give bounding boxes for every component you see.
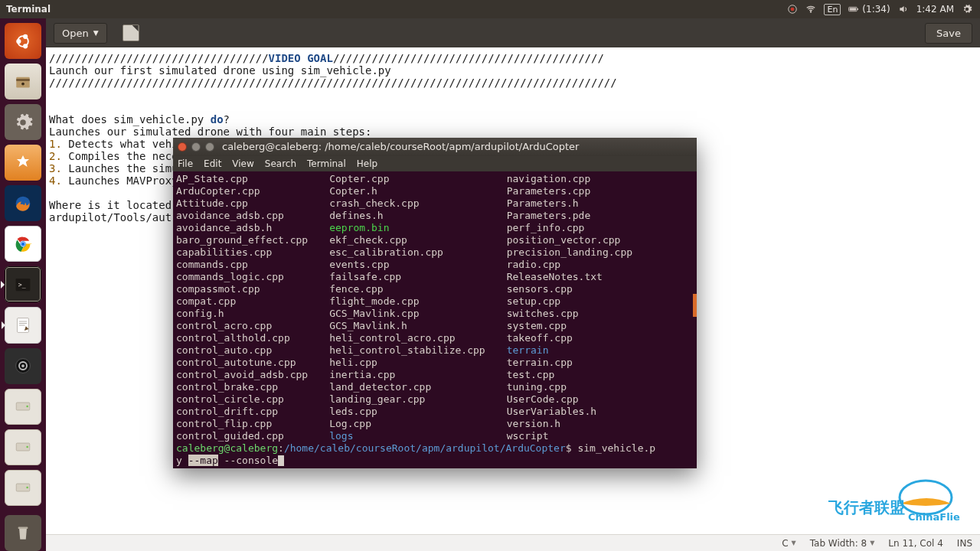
file-entry: defines.h	[329, 210, 485, 222]
svg-point-28	[26, 406, 28, 408]
file-entry: compat.cpp	[176, 295, 308, 308]
text-line: ardupilot/Tools/aut	[49, 211, 172, 223]
text-editor-icon[interactable]	[5, 307, 41, 343]
file-entry: AP_State.cpp	[176, 173, 308, 185]
menu-edit[interactable]: Edit	[204, 158, 221, 169]
file-entry: setup.cpp	[507, 295, 632, 308]
menu-search[interactable]: Search	[265, 158, 296, 169]
file-entry: heli_control_stabilize.cpp	[329, 344, 485, 357]
window-maximize-icon[interactable]	[205, 142, 214, 152]
language-indicator[interactable]: En	[824, 4, 841, 15]
file-entry: Attitude.cpp	[176, 197, 308, 210]
svg-point-30	[26, 446, 28, 448]
file-entry: control_flip.cpp	[176, 418, 308, 430]
file-entry: commands_logic.cpp	[176, 271, 308, 283]
file-entry: position_vector.cpp	[507, 234, 632, 246]
file-entry: compassmot.cpp	[176, 283, 308, 295]
file-entry: logs	[329, 430, 485, 442]
terminal-menubar: File Edit View Search Terminal Help	[173, 156, 697, 171]
file-entry: Parameters.cpp	[507, 185, 632, 197]
terminal-launcher-icon[interactable]: >_	[5, 266, 41, 302]
open-button[interactable]: Open ▼	[54, 23, 107, 44]
file-entry: leds.cpp	[329, 406, 485, 418]
file-entry: control_auto.cpp	[176, 344, 308, 357]
typed-command: sim_vehicle.p	[577, 442, 655, 454]
status-cursor-position: Ln 11, Col 4	[888, 538, 943, 549]
system-tray: En (1:34) 1:42 AM	[787, 4, 980, 15]
terminal-body[interactable]: AP_State.cppArduCopter.cppAttitude.cppav…	[173, 171, 697, 468]
files-icon[interactable]	[5, 64, 41, 99]
file-entry: Parameters.pde	[507, 210, 632, 222]
svg-rect-5	[850, 8, 857, 10]
file-entry: eeprom.bin	[329, 222, 485, 234]
file-entry: inertia.cpp	[329, 369, 485, 381]
file-entry: fence.cpp	[329, 283, 485, 295]
file-entry: perf_info.cpp	[507, 222, 632, 234]
file-entry: land_detector.cpp	[329, 381, 485, 393]
gedit-toolbar: Open ▼ Save	[46, 18, 980, 47]
file-entry: ArduCopter.cpp	[176, 185, 308, 197]
text-line: Launch our first simulated drone using s…	[49, 64, 391, 77]
file-entry: test.cpp	[507, 369, 632, 381]
menu-help[interactable]: Help	[357, 158, 377, 169]
window-minimize-icon[interactable]	[191, 142, 201, 152]
menu-file[interactable]: File	[178, 158, 193, 169]
gedit-status-bar: C ▼ Tab Width: 8 ▼ Ln 11, Col 4 INS	[46, 534, 980, 551]
file-entry: UserCode.cpp	[507, 393, 632, 406]
file-entry: heli_control_acro.cpp	[329, 332, 485, 344]
menu-view[interactable]: View	[232, 158, 253, 169]
file-entry: wscript	[507, 430, 632, 442]
file-entry: switches.cpp	[507, 308, 632, 320]
file-entry: commands.cpp	[176, 259, 308, 271]
file-entry: flight_mode.cpp	[329, 295, 485, 308]
text-line: Launches our simulated drone with four m…	[49, 126, 371, 138]
list-item: 2. Compiles the nece	[49, 150, 178, 162]
file-entry: Parameters.h	[507, 197, 632, 210]
volume-icon[interactable]	[898, 4, 909, 15]
dash-icon[interactable]	[5, 23, 41, 59]
trash-icon[interactable]	[5, 515, 41, 551]
file-entry: control_acro.cpp	[176, 320, 308, 332]
file-entry: version.h	[507, 418, 632, 430]
file-entry: control_althold.cpp	[176, 332, 308, 344]
disk-icon-2[interactable]	[5, 429, 41, 465]
firefox-icon[interactable]	[5, 185, 41, 221]
file-entry: landing_gear.cpp	[329, 393, 485, 406]
obs-launcher-icon[interactable]	[5, 348, 41, 384]
file-entry: control_autotune.cpp	[176, 357, 308, 369]
clock[interactable]: 1:42 AM	[916, 4, 954, 15]
file-entry: events.cpp	[329, 259, 485, 271]
scrollbar[interactable]	[693, 294, 697, 317]
terminal-prompt: caleberg@caleberg:/home/caleb/courseRoot…	[176, 442, 694, 455]
file-entry: ReleaseNotes.txt	[507, 271, 632, 283]
disk-icon-1[interactable]	[5, 389, 41, 425]
wifi-icon[interactable]	[805, 4, 816, 15]
file-entry: UserVariables.h	[507, 406, 632, 418]
svg-point-2	[811, 11, 812, 12]
file-entry: baro_ground_effect.cpp	[176, 234, 308, 246]
obs-tray-icon[interactable]	[787, 4, 798, 15]
file-entry: avoidance_adsb.cpp	[176, 210, 308, 222]
disk-icon-3[interactable]	[5, 470, 41, 506]
file-entry: GCS_Mavlink.cpp	[329, 308, 485, 320]
terminal-window: caleberg@caleberg: /home/caleb/courseRoo…	[173, 138, 697, 468]
new-doc-button[interactable]	[112, 21, 144, 45]
software-center-icon[interactable]	[5, 145, 41, 181]
svg-point-26	[21, 364, 24, 367]
settings-icon[interactable]	[5, 104, 41, 140]
status-language[interactable]: C ▼	[782, 538, 796, 549]
menu-terminal[interactable]: Terminal	[307, 158, 346, 169]
status-tab-width[interactable]: Tab Width: 8 ▼	[810, 538, 875, 549]
chrome-icon[interactable]	[5, 226, 41, 262]
file-entry: Log.cpp	[329, 418, 485, 430]
file-entry: Copter.h	[329, 185, 485, 197]
terminal-titlebar[interactable]: caleberg@caleberg: /home/caleb/courseRoo…	[173, 138, 697, 156]
ls-output: AP_State.cppArduCopter.cppAttitude.cppav…	[176, 173, 694, 442]
file-entry: Copter.cpp	[329, 173, 485, 185]
session-gear-icon[interactable]	[962, 4, 972, 15]
battery-indicator[interactable]: (1:34)	[848, 4, 890, 15]
comment-line: //////////////////////////////////VIDEO …	[49, 52, 604, 64]
save-button[interactable]: Save	[925, 23, 972, 44]
unity-launcher: >_	[0, 18, 46, 551]
window-close-icon[interactable]	[178, 142, 187, 152]
